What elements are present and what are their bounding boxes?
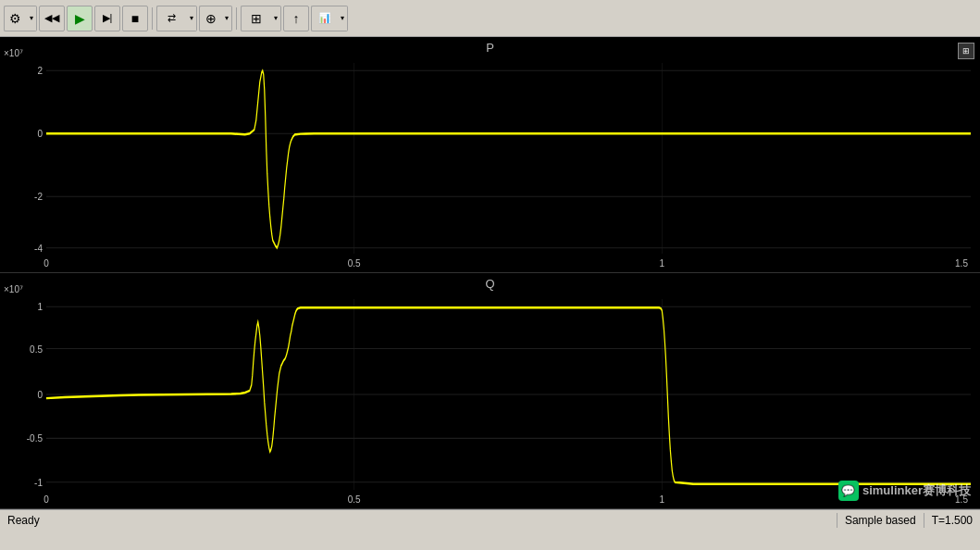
y-tick-q-0: 0 xyxy=(0,390,43,400)
y-tick-q-neg05: -0.5 xyxy=(0,433,43,444)
y-tick-q-05: 0.5 xyxy=(0,344,43,354)
plot-q-canvas xyxy=(46,299,971,490)
axes-button-group: ⊞ ▾ xyxy=(241,6,281,31)
status-ready: Ready xyxy=(7,514,837,527)
status-divider xyxy=(837,513,837,528)
toolbar: ⚙ ▾ ◀◀ ▶ ▶| ■ ⇄ ▾ ⊕ ▾ ⊞ ▾ ↑ xyxy=(0,0,980,37)
axes-button[interactable]: ⊞ xyxy=(241,6,270,31)
separator-2 xyxy=(236,7,237,30)
wechat-symbol: 💬 xyxy=(841,484,855,497)
sample-based-label: Sample based xyxy=(845,514,916,527)
mode-button[interactable]: ⇄ xyxy=(156,6,186,31)
run-icon: ▶ xyxy=(75,11,85,26)
plots-area: ⊞ P ×10⁷ 2 0 -2 -4 0 0.5 1 1.5 xyxy=(0,37,980,509)
insert-icon: ↑ xyxy=(293,11,300,26)
data-dropdown[interactable]: ▾ xyxy=(337,6,348,31)
zoom-button[interactable]: ⊕ xyxy=(199,6,221,31)
stop-icon: ■ xyxy=(131,11,139,26)
mode-icon: ⇄ xyxy=(167,12,176,24)
x-tick-p-1: 1 xyxy=(660,258,665,269)
plot-q-title: Q xyxy=(0,277,980,291)
zoom-icon: ⊕ xyxy=(205,11,217,26)
time-label: T=1.500 xyxy=(932,514,973,527)
watermark-text: simulinker赛博科技 xyxy=(862,482,971,499)
zoom-button-group: ⊕ ▾ xyxy=(199,6,232,31)
settings-icon: ⚙ xyxy=(9,11,21,26)
step-forward-button[interactable]: ▶| xyxy=(94,6,120,31)
axes-icon: ⊞ xyxy=(251,11,262,26)
data-icon: 📊 xyxy=(318,12,331,24)
status-divider-2 xyxy=(924,513,924,528)
x-tick-q-1: 1 xyxy=(660,494,665,505)
settings-dropdown[interactable]: ▾ xyxy=(26,6,37,31)
separator-1 xyxy=(152,7,153,30)
plot-p-container: ⊞ P ×10⁷ 2 0 -2 -4 0 0.5 1 1.5 xyxy=(0,37,980,273)
y-tick-p-neg2: -2 xyxy=(0,192,43,202)
zoom-dropdown[interactable]: ▾ xyxy=(221,6,232,31)
plot-q-y-label: ×10⁷ xyxy=(4,284,23,294)
watermark: 💬 simulinker赛博科技 xyxy=(838,481,971,501)
data-button-group: 📊 ▾ xyxy=(311,6,348,31)
stop-button[interactable]: ■ xyxy=(122,6,148,31)
step-forward-icon: ▶| xyxy=(103,12,113,24)
y-tick-p-neg4: -4 xyxy=(0,243,43,253)
axes-dropdown[interactable]: ▾ xyxy=(270,6,281,31)
run-back-icon: ◀◀ xyxy=(44,12,59,24)
mode-button-group: ⇄ ▾ xyxy=(156,6,197,31)
x-tick-q-05: 0.5 xyxy=(348,494,361,505)
wechat-icon: 💬 xyxy=(838,481,859,501)
y-tick-p-2: 2 xyxy=(0,66,43,76)
x-tick-p-05: 0.5 xyxy=(348,258,361,269)
plot-q-container: Q ×10⁷ 1 0.5 0 -0.5 -1 0 0.5 1 1.5 xyxy=(0,273,980,509)
settings-button-group: ⚙ ▾ xyxy=(4,6,37,31)
statusbar: Ready Sample based T=1.500 xyxy=(0,509,980,530)
mode-dropdown[interactable]: ▾ xyxy=(186,6,197,31)
plot-p-y-label: ×10⁷ xyxy=(4,48,23,58)
x-tick-p-15: 1.5 xyxy=(955,258,968,269)
data-button[interactable]: 📊 xyxy=(311,6,337,31)
run-back-button[interactable]: ◀◀ xyxy=(39,6,65,31)
y-tick-q-neg1: -1 xyxy=(0,477,43,487)
status-right: Sample based T=1.500 xyxy=(837,513,973,528)
y-tick-p-0: 0 xyxy=(0,129,43,139)
run-button[interactable]: ▶ xyxy=(67,6,93,31)
y-tick-q-1: 1 xyxy=(0,302,43,312)
x-tick-q-0: 0 xyxy=(43,494,49,505)
plot-p-title: P xyxy=(0,41,980,55)
insert-button[interactable]: ↑ xyxy=(283,6,309,31)
settings-button[interactable]: ⚙ xyxy=(4,6,26,31)
x-tick-p-0: 0 xyxy=(43,258,49,269)
svg-rect-6 xyxy=(46,63,971,254)
plot-p-canvas xyxy=(46,63,971,254)
